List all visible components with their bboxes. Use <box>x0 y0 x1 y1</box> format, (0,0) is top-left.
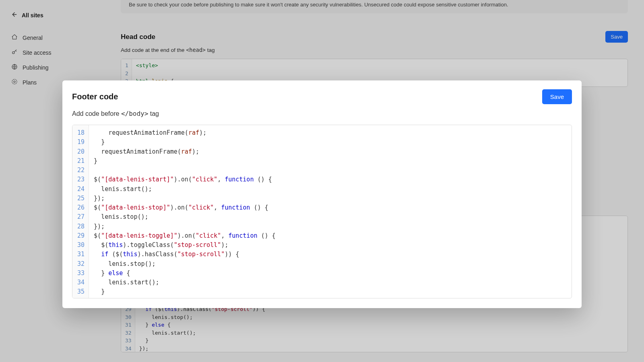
code-area[interactable]: requestAnimationFrame(raf); } requestAni… <box>89 125 572 298</box>
modal-title: Footer code <box>72 92 118 101</box>
modal-backdrop[interactable]: Footer code Save Add code before </body>… <box>0 0 644 362</box>
footer-code-modal: Footer code Save Add code before </body>… <box>62 80 582 308</box>
line-gutter: 18 19 20 21 22 23 24 25 26 27 28 29 30 3… <box>72 125 89 298</box>
save-button[interactable]: Save <box>542 89 572 104</box>
footer-code-editor[interactable]: 18 19 20 21 22 23 24 25 26 27 28 29 30 3… <box>72 125 572 298</box>
modal-description: Add code before </body> tag <box>72 110 572 117</box>
